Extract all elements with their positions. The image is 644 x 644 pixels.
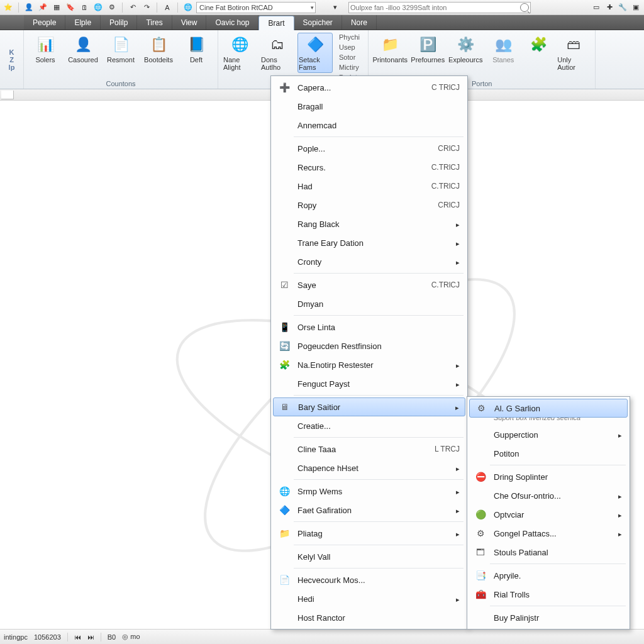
- title-combo[interactable]: Cine Fat Botiron RtCAD: [196, 2, 316, 13]
- menu-item[interactable]: Cline TaaaL TRCJ: [272, 440, 466, 458]
- menu-item[interactable]: HadC.TRlCJ: [272, 177, 466, 196]
- menu-item-nore[interactable]: Nore: [342, 15, 377, 30]
- status-b: B0: [108, 633, 116, 641]
- grid-icon[interactable]: ▦: [51, 2, 62, 13]
- gear-icon[interactable]: ⚙: [106, 2, 118, 13]
- ribbon-button-casoured[interactable]: 👤Casoured: [65, 33, 101, 65]
- menu-item[interactable]: Annemcad: [272, 116, 466, 135]
- menu-item-accel: C.TRlCJ: [413, 280, 460, 289]
- menu-item[interactable]: Fenguct Payst: [272, 374, 466, 393]
- tools-icon[interactable]: ✚: [604, 2, 615, 13]
- ribbon-button-puzzle[interactable]: 🧩: [523, 33, 553, 57]
- ribbon-button-prefournes[interactable]: 🅿️Prefournes: [410, 33, 445, 65]
- menu-item[interactable]: Gupperction: [469, 425, 628, 444]
- menu-item[interactable]: Recurs.C.TRlCJ: [272, 158, 466, 177]
- menu-item[interactable]: 🔷Faet Gafiration: [272, 501, 466, 519]
- printonants-icon: 📁: [380, 35, 400, 55]
- ribbon-small-mictiry[interactable]: Mictiry: [335, 63, 364, 72]
- menu-item-label: Cline Taaa: [294, 445, 416, 454]
- menu-item-icon: 📄: [275, 575, 294, 585]
- menu-item[interactable]: Buy Palinjstr: [469, 608, 628, 627]
- ribbon-letter: lp: [9, 64, 15, 71]
- menu-item[interactable]: 🟢Optvciar: [469, 505, 628, 524]
- ribbon-button-nane-alight[interactable]: 🌐Nane Alight: [222, 33, 257, 73]
- menu-item-elple[interactable]: Elple: [65, 15, 101, 30]
- menu-item[interactable]: Pople...CRlCJ: [272, 139, 466, 158]
- search-input[interactable]: [350, 4, 520, 11]
- menu-item-brart[interactable]: Brart: [258, 16, 294, 30]
- search-box[interactable]: [348, 2, 531, 13]
- help-icon[interactable]: 🔧: [617, 2, 628, 13]
- close-icon[interactable]: ▣: [630, 2, 641, 13]
- ribbon-small-phychi[interactable]: Phychi: [335, 33, 364, 42]
- menu-item[interactable]: 🗔Stouls Patianal: [469, 543, 628, 562]
- menu-item[interactable]: Che Ofsur-ontrio...: [469, 486, 628, 505]
- globe-icon[interactable]: 🌐: [92, 2, 104, 13]
- menu-item[interactable]: ☑SayeC.TRlCJ: [272, 275, 466, 294]
- menu-item[interactable]: ➕Capera...C TRlCJ: [272, 78, 466, 97]
- ribbon-small-usep[interactable]: Usep: [335, 43, 364, 52]
- ribbon-button-setack[interactable]: 🔷Setack Fams: [297, 33, 333, 73]
- dropdown-icon[interactable]: ▾: [330, 2, 341, 13]
- menu-item[interactable]: 🔄Pogeucden Restfinsion: [272, 336, 466, 355]
- user-icon[interactable]: 👤: [23, 2, 35, 13]
- menu-item-label: Saye: [294, 280, 413, 290]
- menu-item[interactable]: Host Ranctor: [272, 608, 466, 627]
- menu-item-oavic hop[interactable]: Oavic hop: [206, 15, 258, 30]
- font-up-icon[interactable]: A: [162, 2, 173, 13]
- menu-item[interactable]: ⚙Gongel Pattacs...: [469, 524, 628, 543]
- menu-item[interactable]: Trane Eary Dation: [272, 233, 466, 252]
- menu-item-tires[interactable]: Tires: [137, 15, 172, 30]
- menu-item[interactable]: Creatie...: [272, 416, 466, 435]
- ribbon-button-printonants[interactable]: 📁Printonants: [372, 33, 408, 65]
- pin-icon[interactable]: 📌: [37, 2, 48, 13]
- menu-item[interactable]: 🧰Rial Trolls: [469, 585, 628, 604]
- menu-item[interactable]: Bragall: [272, 97, 466, 116]
- status-nav-next[interactable]: ⏭: [87, 633, 94, 641]
- menu-item-sopicher[interactable]: Sopicher: [294, 15, 342, 30]
- menu-spacer: [0, 15, 24, 30]
- menu-item[interactable]: 📱Orse Linta: [272, 318, 466, 336]
- menu-item[interactable]: 🖥Bary Saitior: [273, 397, 465, 416]
- ribbon-button-dons-autho[interactable]: 🗂Dons Autlho: [260, 33, 295, 73]
- menu-item[interactable]: 📑Apryile.: [469, 566, 628, 585]
- menu-item[interactable]: Dmyan: [272, 294, 466, 313]
- menu-item-people[interactable]: People: [24, 15, 65, 30]
- ribbon-button-resmont[interactable]: 📄Resmont: [103, 33, 138, 65]
- search-icon[interactable]: [520, 3, 529, 12]
- menu-item-accel: CRlCJ: [419, 201, 460, 209]
- menu-item[interactable]: Kelyl Vall: [272, 547, 466, 566]
- menu-item[interactable]: ⛔Dring Soplinter: [469, 467, 628, 486]
- app-icon[interactable]: ⭐: [3, 2, 14, 13]
- ribbon-button-solers[interactable]: 📊Solers: [28, 33, 63, 65]
- menu-item[interactable]: 📄Hecvecourk Mos...: [272, 570, 466, 589]
- minimize-icon[interactable]: ▭: [591, 2, 602, 13]
- menu-item[interactable]: Cronty: [272, 252, 466, 271]
- status-nav-prev[interactable]: ⏮: [74, 633, 81, 641]
- flag-icon[interactable]: 🔖: [65, 2, 76, 13]
- ribbon-button-deft[interactable]: 📘Deft: [179, 33, 214, 65]
- menu-item[interactable]: RopyCRlCJ: [272, 196, 466, 214]
- menu-item-view[interactable]: View: [172, 15, 207, 30]
- ribbon-button-expleourcs[interactable]: ⚙️Expleourcs: [448, 33, 483, 65]
- ruler-tab[interactable]: [1, 91, 14, 99]
- ribbon-small-sotor[interactable]: Sotor: [335, 53, 364, 62]
- ribbon-button-stanes[interactable]: 👥Stanes: [486, 33, 521, 65]
- menu-item[interactable]: Potiton: [469, 444, 628, 463]
- menu-item-label: Dring Soplinter: [490, 472, 622, 482]
- menu-item[interactable]: ⚙Al. G Sarlion: [469, 399, 628, 418]
- ribbon-button-unly-autior[interactable]: 🗃Unly Autior: [556, 33, 591, 73]
- redo-icon[interactable]: ↷: [141, 2, 152, 13]
- menu-item[interactable]: Chapence hHset: [272, 458, 466, 477]
- menu-item[interactable]: Rang Black: [272, 214, 466, 233]
- menu-item[interactable]: 🌐Srmp Wems: [272, 482, 466, 501]
- menu-item-label: Optvciar: [490, 510, 607, 519]
- calendar-icon[interactable]: 🗓: [79, 2, 90, 13]
- menu-item[interactable]: 🧩Na.Enotirp Restester: [272, 355, 466, 374]
- undo-icon[interactable]: ↶: [127, 2, 138, 13]
- menu-item[interactable]: Hedi: [272, 589, 466, 608]
- menu-item[interactable]: 📁Pliatag: [272, 524, 466, 543]
- ribbon-button-bootdeits[interactable]: 📋Bootdeits: [141, 33, 176, 65]
- app-small-icon[interactable]: 🌐: [182, 2, 194, 13]
- menu-item-polilp[interactable]: Polilp: [101, 15, 137, 30]
